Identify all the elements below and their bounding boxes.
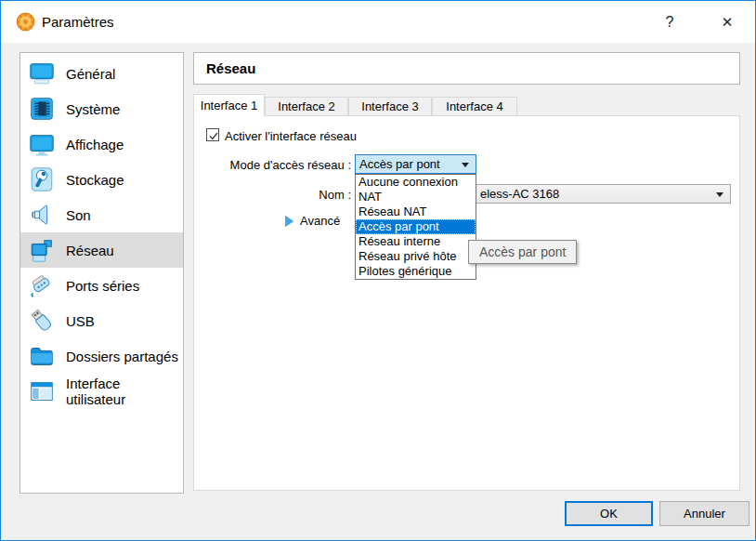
sidebar-item-label: Ports séries — [66, 278, 139, 294]
chevron-down-icon — [462, 163, 469, 167]
cancel-button[interactable]: Annuler — [659, 501, 749, 526]
sidebar-item-label: Stockage — [66, 172, 124, 188]
sidebar-item-shared-folders[interactable]: Dossiers partagés — [20, 338, 183, 374]
sidebar-item-general[interactable]: Général — [20, 56, 183, 91]
dropdown-option[interactable]: Réseau privé hôte — [356, 249, 476, 264]
sidebar-item-serial-ports[interactable]: Ports séries — [20, 268, 183, 303]
sidebar-item-label: Son — [66, 207, 91, 223]
tab-interface-4[interactable]: Interface 4 — [432, 97, 517, 115]
tab-interface-1[interactable]: Interface 1 — [193, 94, 265, 116]
window-title: Paramètres — [42, 1, 114, 43]
advanced-expander[interactable]: Avancé — [285, 214, 340, 228]
tab-interface-3[interactable]: Interface 3 — [348, 97, 432, 115]
sidebar-item-network[interactable]: Réseau — [20, 232, 183, 268]
dropdown-option[interactable]: Réseau interne — [356, 234, 476, 249]
ok-button[interactable]: OK — [565, 501, 653, 526]
help-button[interactable]: ? — [651, 1, 688, 43]
audio-icon — [28, 201, 56, 229]
enable-network-label: Activer l'interface réseau — [225, 129, 357, 143]
sidebar-item-display[interactable]: Affichage — [20, 126, 183, 162]
enable-network-checkbox[interactable] — [206, 128, 219, 141]
page-title: Réseau — [193, 52, 740, 85]
dropdown-option[interactable]: NAT — [356, 190, 476, 205]
display-icon — [28, 130, 56, 158]
network-icon — [28, 236, 56, 264]
sidebar-item-storage[interactable]: Stockage — [20, 162, 183, 197]
dropdown-option[interactable]: Réseau NAT — [356, 205, 476, 219]
sidebar-item-label: Général — [66, 66, 115, 82]
sidebar-item-usb[interactable]: USB — [20, 303, 183, 338]
sidebar-item-label: USB — [66, 313, 95, 329]
sidebar-item-label: Dossiers partagés — [66, 349, 178, 364]
sidebar-item-audio[interactable]: Son — [20, 197, 183, 232]
mode-combobox[interactable]: Accès par pont — [355, 154, 476, 174]
advanced-label: Avancé — [300, 214, 340, 228]
checkmark-icon — [208, 130, 219, 141]
name-label: Nom : — [193, 188, 351, 202]
close-button[interactable]: ✕ — [709, 1, 746, 43]
sidebar-item-label: Système — [66, 101, 120, 117]
chevron-down-icon — [716, 192, 723, 197]
settings-dialog: Paramètres ? ✕ Général — [0, 0, 756, 541]
mode-label: Mode d'accès réseau : — [193, 158, 351, 172]
name-combobox-value: eless-AC 3168 — [480, 185, 559, 203]
settings-sidebar: Général Système — [20, 52, 184, 494]
dropdown-option[interactable]: Aucune connexion — [356, 175, 476, 190]
sidebar-item-label: Interface utilisateur — [66, 376, 183, 407]
settings-gear-icon — [15, 11, 36, 33]
general-icon — [28, 59, 56, 87]
user-interface-icon — [28, 377, 56, 405]
dropdown-option-selected[interactable]: Accès par pont — [356, 219, 476, 234]
serial-port-icon — [28, 271, 56, 299]
title-bar: Paramètres ? ✕ — [1, 1, 755, 43]
tooltip: Accès par pont — [468, 240, 577, 264]
expander-arrow-icon — [285, 216, 293, 227]
tab-interface-2[interactable]: Interface 2 — [265, 97, 348, 115]
storage-icon — [28, 165, 56, 193]
sidebar-item-label: Affichage — [66, 137, 124, 152]
sidebar-item-system[interactable]: Système — [20, 91, 183, 126]
sidebar-item-label: Réseau — [66, 243, 114, 258]
mode-dropdown-list: Aucune connexion NAT Réseau NAT Accès pa… — [355, 174, 476, 280]
sidebar-item-user-interface[interactable]: Interface utilisateur — [20, 374, 183, 409]
mode-combobox-value: Accès par pont — [359, 157, 440, 171]
system-icon — [28, 95, 56, 123]
dropdown-option[interactable]: Pilotes générique — [356, 264, 476, 279]
shared-folders-icon — [28, 342, 56, 370]
usb-icon — [28, 307, 56, 335]
